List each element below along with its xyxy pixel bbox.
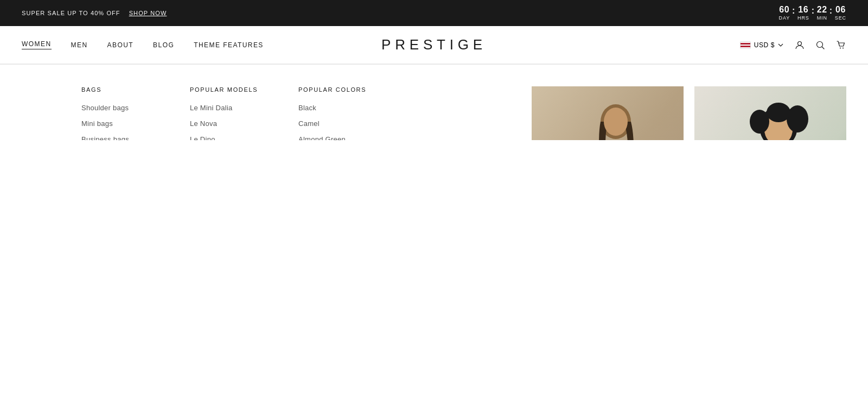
currency-selector[interactable]: USD $	[740, 41, 783, 49]
svg-point-7	[604, 108, 628, 136]
link-black[interactable]: Black	[298, 104, 407, 112]
countdown: 60 DAY : 16 HRS : 22 MIN : 06 SEC	[779, 5, 846, 21]
card-image-1	[532, 86, 684, 140]
header-actions: USD $	[740, 40, 846, 51]
top-banner: SUPER SALE UP TO 40% OFF SHOP NOW 60 DAY…	[0, 0, 868, 26]
countdown-hours: 16 HRS	[797, 5, 809, 21]
link-business-bags[interactable]: Business bags	[81, 135, 190, 140]
shop-now-link[interactable]: SHOP NOW	[129, 10, 167, 16]
search-icon[interactable]	[815, 40, 826, 51]
dropdown-menu: BAGS Shoulder bags Mini bags Business ba…	[0, 64, 868, 140]
header-icons	[794, 40, 846, 51]
svg-point-1	[817, 41, 823, 47]
countdown-days: 60 DAY	[779, 5, 790, 21]
link-camel[interactable]: Camel	[298, 119, 407, 128]
countdown-sep-2: :	[812, 6, 815, 16]
currency-label: USD $	[754, 41, 775, 49]
link-le-nova[interactable]: Le Nova	[190, 119, 298, 128]
svg-point-3	[843, 47, 844, 48]
flag-icon	[740, 41, 751, 49]
chevron-down-icon	[778, 43, 783, 47]
bags-title: BAGS	[81, 86, 190, 93]
svg-point-0	[798, 41, 802, 45]
countdown-minutes: 22 MIN	[817, 5, 827, 21]
image-card-1[interactable]: LÉO & VIOLETTE X WENDY SWAN THE DALIA	[532, 86, 684, 140]
header: WOMEN MEN ABOUT BLOG THEME FEATURES PRES…	[0, 26, 868, 64]
site-logo: PRESTIGE	[381, 36, 487, 53]
models-title: POPULAR MODELS	[190, 86, 298, 93]
main-nav: WOMEN MEN ABOUT BLOG THEME FEATURES	[22, 40, 264, 49]
countdown-seconds: 06 SEC	[835, 5, 846, 21]
nav-men[interactable]: MEN	[71, 41, 88, 49]
svg-point-16	[750, 110, 769, 134]
link-shoulder-bags[interactable]: Shoulder bags	[81, 104, 190, 112]
card-2-image-svg	[694, 86, 846, 140]
link-almond-green[interactable]: Almond Green	[298, 135, 407, 140]
account-icon[interactable]	[794, 40, 805, 51]
image-card-2[interactable]: THE SYMBOL OF OUR VALUES ALMOND GREEN	[694, 86, 846, 140]
link-le-mini-dalia[interactable]: Le Mini Dalia	[190, 104, 298, 112]
nav-about[interactable]: ABOUT	[107, 41, 134, 49]
countdown-sep-3: :	[829, 6, 833, 16]
nav-theme-features[interactable]: THEME FEATURES	[194, 41, 264, 49]
colors-title: POPULAR COLORS	[298, 86, 407, 93]
svg-point-17	[787, 105, 808, 133]
link-le-dino[interactable]: Le Dino	[190, 135, 298, 140]
dropdown-image-cards: LÉO & VIOLETTE X WENDY SWAN THE DALIA	[532, 86, 846, 140]
card-image-2	[694, 86, 846, 140]
svg-point-2	[840, 47, 841, 48]
dropdown-section-bags: BAGS Shoulder bags Mini bags Business ba…	[81, 86, 190, 140]
link-mini-bags[interactable]: Mini bags	[81, 119, 190, 128]
header-wrapper: WOMEN MEN ABOUT BLOG THEME FEATURES PRES…	[0, 26, 868, 64]
card-1-image-svg	[532, 86, 684, 140]
svg-point-18	[767, 103, 790, 122]
countdown-sep-1: :	[792, 6, 795, 16]
nav-women[interactable]: WOMEN	[22, 40, 52, 49]
nav-blog[interactable]: BLOG	[153, 41, 174, 49]
banner-left: SUPER SALE UP TO 40% OFF SHOP NOW	[22, 10, 167, 16]
cart-icon[interactable]	[835, 40, 846, 51]
dropdown-section-colors: POPULAR COLORS Black Camel Almond Green …	[298, 86, 407, 140]
dropdown-section-models: POPULAR MODELS Le Mini Dalia Le Nova Le …	[190, 86, 298, 140]
sale-text: SUPER SALE UP TO 40% OFF	[22, 10, 120, 16]
